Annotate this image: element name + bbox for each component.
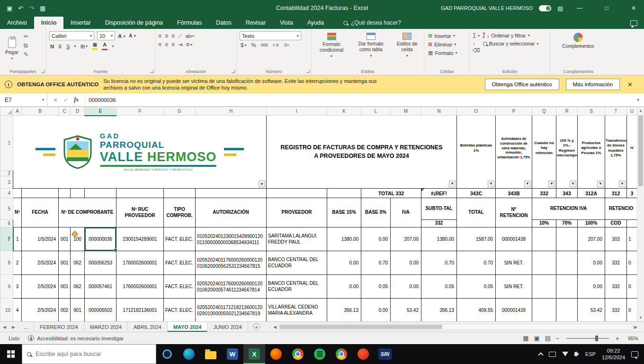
column-header-O[interactable]: O <box>457 107 496 116</box>
header-comprobante[interactable]: Nº DE COMPROBANTE <box>59 198 116 228</box>
column-header-M[interactable]: M <box>391 107 421 116</box>
zoom-slider-thumb[interactable] <box>595 336 598 341</box>
maximize-button[interactable]: □ <box>596 0 617 16</box>
cell-O4[interactable]: 343C <box>457 189 496 198</box>
cell-U10[interactable]: 0 <box>627 299 637 322</box>
cell-N4-ref-error[interactable]: #¡REF! <box>421 189 457 198</box>
cell-E8[interactable]: 000056253 <box>85 251 116 275</box>
row-header-9[interactable]: 9 <box>0 275 13 299</box>
cell-P7[interactable]: 000001438 <box>496 228 532 251</box>
ribbon-tab-datos[interactable]: Datos <box>209 17 239 29</box>
cell-G4[interactable] <box>164 189 196 198</box>
cell-P4[interactable]: 343B <box>496 189 532 198</box>
cell-N7[interactable]: 1380.00 <box>421 228 457 251</box>
formula-input[interactable]: 000000036 <box>85 93 632 106</box>
cell-S9[interactable]: 0.00 <box>578 275 605 299</box>
column-header-H[interactable]: H <box>196 107 267 116</box>
cell-I9[interactable]: BANCO CENTRAL DEL ECUADOR <box>267 275 327 299</box>
cell-N8[interactable]: 0.70 <box>421 251 457 275</box>
sheet-nav-right-icon[interactable]: ▶ <box>9 322 18 332</box>
cell-M9[interactable]: 0.00 <box>391 275 421 299</box>
cell-styles-button[interactable]: Estilos de celda ▾ <box>393 31 421 67</box>
font-color-icon[interactable]: A <box>102 42 107 50</box>
header-subtotal-332[interactable]: 332 <box>421 220 457 228</box>
cell-P9[interactable]: SIN RET. <box>496 275 532 299</box>
cell-B7[interactable]: 1/5/2024 <box>22 228 59 251</box>
addins-button[interactable]: Complementos <box>559 31 597 67</box>
cell-H4[interactable] <box>196 189 267 198</box>
header-base0[interactable]: BASE 0% <box>361 198 391 228</box>
header-ruc[interactable]: Nº RUC PROVEEDOR <box>116 198 164 228</box>
cell-L9[interactable]: 0.05 <box>361 275 391 299</box>
vertical-scrollbar[interactable]: ▲ ▼ <box>637 107 644 321</box>
scroll-left-icon[interactable]: ◀ <box>273 325 277 329</box>
cortana-icon[interactable] <box>156 344 178 364</box>
cell-H9[interactable]: 0205202401176000260000120010620000574611… <box>196 275 267 299</box>
row-header-5[interactable]: 5 <box>0 198 13 220</box>
align-left-icon[interactable]: ≡ <box>158 41 161 48</box>
zoom-level[interactable]: 95% <box>624 336 638 341</box>
column-header-E[interactable]: E <box>85 107 116 116</box>
horizontal-scroll-thumb[interactable] <box>279 325 442 329</box>
cell-A4[interactable] <box>13 189 22 198</box>
ribbon-tab-archivo[interactable]: Archivo <box>0 17 34 29</box>
filter-dropdown-icon[interactable]: ▼ <box>548 181 555 187</box>
cell-A10[interactable]: 4 <box>13 299 22 322</box>
wrap-text-icon[interactable]: ab↵ <box>185 34 195 39</box>
zoom-in-icon[interactable]: + <box>616 336 619 341</box>
header-10pct[interactable]: 10% <box>532 220 556 228</box>
taskbar-search[interactable] <box>22 344 156 364</box>
cell-D10[interactable]: 901 <box>71 299 85 322</box>
cell-A8[interactable]: 2 <box>13 251 22 275</box>
dialog-launcher-icon[interactable] <box>232 70 235 73</box>
cell-U9[interactable]: 0 <box>627 275 637 299</box>
ribbon-tab-f-rmulas[interactable]: Fórmulas <box>170 17 209 29</box>
cell-B10[interactable]: 2/5/2024 <box>22 299 59 322</box>
ribbon-tab-vista[interactable]: Vista <box>273 17 300 29</box>
cell-K8[interactable]: 0.00 <box>327 251 361 275</box>
cell-C4[interactable] <box>59 189 71 198</box>
confirm-entry-icon[interactable]: ✓ <box>63 97 68 103</box>
cell-C10[interactable]: 002 <box>59 299 71 322</box>
dialog-launcher-icon[interactable] <box>41 70 45 73</box>
cell-Q4[interactable]: 332 <box>532 189 556 198</box>
ribbon-tab-disposici-n-de-p-gina[interactable]: Disposición de página <box>98 17 170 29</box>
sheet-tab-junio-2024[interactable]: JUNIO 2024 <box>207 322 248 332</box>
header-total[interactable]: TOTAL <box>457 198 496 228</box>
paste-button[interactable]: Pegar ▾ <box>3 31 21 67</box>
dialog-launcher-icon[interactable] <box>150 70 153 73</box>
sri-icon[interactable]: SRi <box>374 344 396 364</box>
cell-P8[interactable]: SIN RET. <box>496 251 532 275</box>
cell-L7[interactable]: 0.00 <box>361 228 391 251</box>
formula-bar-expand-icon[interactable]: ▼ <box>632 93 644 106</box>
scroll-up-icon[interactable]: ▲ <box>637 107 644 114</box>
cell-G10[interactable]: FACT. ELEC. <box>164 299 196 322</box>
cell-E10[interactable]: 000005502 <box>85 299 116 322</box>
cell-K4[interactable] <box>327 189 361 198</box>
merge-center-icon[interactable]: ⧉▾ <box>186 42 192 47</box>
header-cod-cut[interactable] <box>627 220 637 228</box>
redo-icon[interactable]: ↷ <box>29 5 34 12</box>
align-bottom-icon[interactable]: ≡ <box>171 33 174 39</box>
align-right-icon[interactable]: ≡ <box>171 41 174 48</box>
sheet-tab-abril-2024[interactable]: ABRIL 2024 <box>128 322 168 332</box>
language-indicator[interactable]: ESP <box>585 351 596 357</box>
cell-C9[interactable]: 001 <box>59 275 71 299</box>
cell-U7[interactable]: 1 <box>627 228 637 251</box>
column-header-C[interactable]: C <box>59 107 71 116</box>
row-header-6[interactable]: 6 <box>0 220 13 228</box>
ribbon-tab-revisar[interactable]: Revisar <box>239 17 273 29</box>
italic-button[interactable]: K <box>58 44 62 49</box>
search-input[interactable] <box>36 351 135 357</box>
header-100pct[interactable]: 100% <box>578 220 605 228</box>
cell-L10[interactable]: 0.00 <box>361 299 391 322</box>
vertical-scroll-thumb[interactable] <box>638 115 643 186</box>
align-top-icon[interactable]: ≡ <box>158 33 161 39</box>
start-button[interactable] <box>0 344 22 364</box>
percent-format-icon[interactable]: % <box>251 42 256 48</box>
header-proveedor[interactable]: PROVEEDOR <box>267 198 327 228</box>
cell-A7[interactable]: 1 <box>13 228 22 251</box>
cell-O10[interactable]: 409.55 <box>457 299 496 322</box>
column-header-I[interactable]: I <box>267 107 327 116</box>
header-subtotal[interactable]: SUBTO-TAL <box>421 198 457 220</box>
